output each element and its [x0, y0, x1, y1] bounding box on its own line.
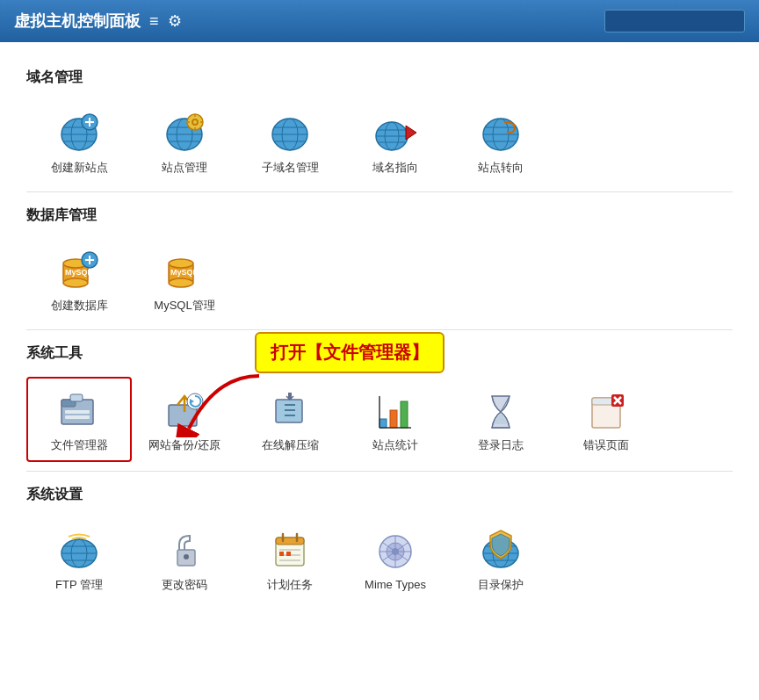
svg-rect-79	[276, 538, 304, 545]
icon-ftp[interactable]: FTP 管理	[26, 518, 132, 600]
icon-site-redirect[interactable]: 站点转向	[448, 101, 553, 183]
icon-site-manage[interactable]: 站点管理	[132, 101, 237, 183]
icon-login-log[interactable]: 登录日志	[448, 377, 553, 462]
svg-rect-53	[70, 394, 83, 401]
globe-settings-icon	[162, 110, 207, 155]
ftp-label: FTP 管理	[55, 578, 103, 593]
header: 虚拟主机控制面板 ≡ ⚙	[0, 0, 759, 42]
cron-label: 计划任务	[267, 578, 313, 593]
hourglass-icon	[478, 387, 524, 433]
settings-grid: FTP 管理 更改密码	[26, 518, 733, 600]
section-title-db: 数据库管理	[26, 206, 733, 225]
site-manage-label: 站点管理	[162, 161, 207, 176]
unzip-label: 在线解压缩	[262, 438, 319, 453]
svg-point-77	[184, 554, 189, 559]
main-content: 域名管理 创建新站点	[0, 42, 759, 700]
menu-icon[interactable]: ≡	[149, 12, 159, 31]
ftp-icon	[56, 527, 102, 573]
content-wrapper: 域名管理 创建新站点	[26, 69, 733, 600]
svg-marker-30	[406, 126, 416, 140]
icon-mime-types[interactable]: Mime Types	[343, 518, 448, 600]
create-site-label: 创建新站点	[51, 161, 108, 176]
mime-types-label: Mime Types	[365, 578, 426, 593]
mysql-manage-label: MySQL管理	[154, 299, 214, 314]
svg-point-15	[193, 120, 197, 124]
tooltip-balloon: 打开【文件管理器】	[255, 332, 445, 373]
icon-stats[interactable]: 站点统计	[343, 377, 448, 462]
section-title-settings: 系统设置	[26, 486, 733, 504]
svg-point-46	[169, 259, 193, 268]
database-grid: MySQL 创建数据库 MySQL	[26, 239, 733, 321]
icon-password[interactable]: 更改密码	[132, 518, 237, 600]
chart-icon	[372, 387, 418, 433]
backup-icon	[162, 387, 207, 433]
file-manager-icon	[56, 387, 102, 433]
globe-redirect-icon	[478, 110, 524, 155]
svg-text:MySQL: MySQL	[65, 268, 93, 277]
svg-rect-85	[279, 552, 284, 556]
icon-mysql-manage[interactable]: MySQL MySQL管理	[132, 239, 237, 321]
cron-icon	[267, 527, 313, 573]
svg-text:MySQL: MySQL	[170, 268, 199, 277]
subdomain-label: 子域名管理	[262, 161, 319, 176]
svg-rect-61	[380, 419, 387, 428]
site-redirect-label: 站点转向	[478, 161, 524, 176]
compress-icon	[267, 387, 313, 433]
password-label: 更改密码	[162, 578, 207, 593]
icon-unzip[interactable]: 在线解压缩	[237, 377, 343, 462]
icon-dir-protect[interactable]: 目录保护	[448, 518, 553, 600]
svg-rect-52	[65, 415, 90, 419]
icon-file-manager[interactable]: 文件管理器	[26, 377, 132, 462]
svg-point-40	[63, 278, 88, 287]
globe-sub-icon	[267, 110, 313, 155]
mysql-manage-icon: MySQL	[162, 248, 207, 293]
file-manager-label: 文件管理器	[51, 438, 108, 453]
icon-create-db[interactable]: MySQL 创建数据库	[26, 239, 132, 321]
svg-rect-86	[286, 552, 291, 556]
icon-subdomain[interactable]: 子域名管理	[237, 101, 343, 183]
icon-cron[interactable]: 计划任务	[237, 518, 343, 600]
icon-error-page[interactable]: 错误页面	[553, 377, 659, 462]
domain-point-label: 域名指向	[372, 161, 418, 176]
svg-rect-51	[65, 410, 90, 414]
login-log-label: 登录日志	[478, 438, 524, 453]
globe-arrow-icon	[372, 110, 418, 155]
tools-grid: 文件管理器 网站备份/还原	[26, 377, 733, 462]
svg-rect-63	[401, 401, 408, 428]
header-title: 虚拟主机控制面板	[14, 11, 141, 32]
globe-create-icon	[56, 110, 102, 155]
icon-domain-point[interactable]: 域名指向	[343, 101, 448, 183]
icon-create-site[interactable]: 创建新站点	[26, 101, 132, 183]
svg-point-47	[169, 278, 193, 287]
svg-rect-62	[390, 410, 397, 428]
domain-grid: 创建新站点	[26, 101, 733, 183]
search-input[interactable]	[604, 10, 745, 32]
error-page-label: 错误页面	[583, 438, 629, 453]
settings-icon[interactable]: ⚙	[168, 11, 182, 31]
section-title-domain: 域名管理	[26, 69, 733, 87]
mime-icon	[372, 527, 418, 573]
password-icon	[162, 527, 207, 573]
mysql-create-icon: MySQL	[56, 248, 102, 293]
backup-label: 网站备份/还原	[148, 438, 220, 453]
icon-backup[interactable]: 网站备份/还原	[132, 377, 237, 462]
create-db-label: 创建数据库	[51, 299, 108, 314]
dir-protect-label: 目录保护	[478, 578, 524, 593]
stats-label: 站点统计	[372, 438, 418, 453]
dir-protect-icon	[478, 527, 524, 573]
error-page-icon	[583, 387, 629, 433]
